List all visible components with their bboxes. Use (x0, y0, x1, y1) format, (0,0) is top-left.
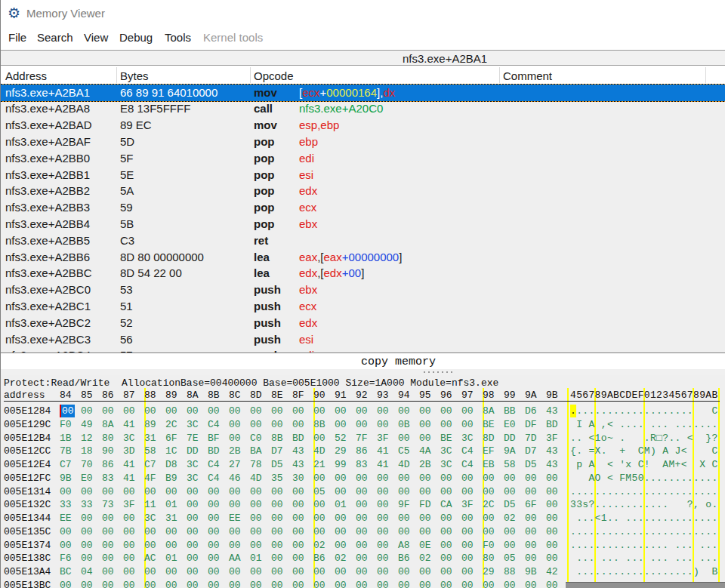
hex-byte-cell[interactable]: 00 (440, 525, 452, 538)
ascii-cell[interactable]: p (576, 458, 582, 471)
disasm-row[interactable]: nfs3.exe+A2BBC8D 54 22 00leaedx,[edx+00] (1, 265, 725, 282)
ascii-cell[interactable] (625, 445, 631, 457)
ascii-cell[interactable]: . (588, 512, 594, 525)
ascii-cell[interactable]: . (656, 418, 662, 431)
ascii-cell[interactable]: . (632, 405, 638, 417)
hex-byte-cell[interactable]: 00 (292, 525, 304, 538)
ascii-cell[interactable]: . (638, 498, 644, 511)
hex-byte-cell[interactable]: 00 (229, 579, 241, 588)
ascii-cell[interactable] (638, 432, 644, 445)
hex-byte-cell[interactable]: 7F (356, 432, 368, 445)
ascii-cell[interactable]: . (711, 552, 717, 565)
hex-byte-cell[interactable]: 30 (292, 472, 304, 485)
ascii-cell[interactable]: . (711, 539, 717, 552)
ascii-cell[interactable]: A (588, 458, 594, 471)
hex-byte-cell[interactable]: 00 (440, 485, 452, 498)
hex-byte-cell[interactable]: 00 (229, 405, 241, 417)
hex-byte-cell[interactable]: 00 (504, 472, 516, 485)
ascii-cell[interactable]: . (632, 525, 638, 538)
hex-byte-cell[interactable]: 00 (187, 485, 199, 498)
ascii-cell[interactable] (582, 432, 588, 445)
ascii-cell[interactable]: . (681, 472, 687, 485)
hex-byte-cell[interactable]: 00 (440, 579, 452, 588)
hex-byte-cell[interactable]: 00 (102, 485, 114, 498)
hex-byte-cell[interactable]: 00 (123, 579, 135, 588)
hex-byte-cell[interactable]: 00 (165, 579, 177, 588)
ascii-cell[interactable]: . (595, 498, 601, 511)
hex-byte-cell[interactable]: 00 (461, 485, 474, 498)
ascii-cell[interactable]: X (595, 445, 601, 457)
ascii-cell[interactable] (570, 472, 576, 485)
ascii-cell[interactable]: . (644, 539, 650, 552)
ascii-cell[interactable]: . (619, 498, 625, 511)
ascii-cell[interactable] (570, 418, 576, 431)
hex-byte-cell[interactable]: BF (208, 432, 220, 445)
hex-byte-cell[interactable]: 00 (335, 565, 347, 578)
ascii-cell[interactable] (681, 432, 687, 445)
hex-byte-cell[interactable]: 00 (419, 472, 431, 485)
ascii-cell[interactable]: . (576, 405, 582, 417)
hex-byte-cell[interactable]: 00 (229, 539, 241, 552)
ascii-cell[interactable]: . (675, 512, 681, 525)
hex-byte-cell[interactable]: C7 (60, 458, 72, 471)
ascii-cell[interactable]: . (638, 485, 644, 498)
ascii-cell[interactable]: . (576, 512, 582, 525)
hex-byte-cell[interactable]: 00 (525, 525, 537, 538)
hex-byte-cell[interactable]: 58 (144, 445, 156, 457)
ascii-cell[interactable] (619, 512, 625, 525)
hex-byte-cell[interactable]: 00 (271, 485, 283, 498)
hex-byte-cell[interactable]: C4 (208, 472, 220, 485)
disasm-row[interactable]: nfs3.exe+A2BB15Epopesi (1, 167, 725, 183)
ascii-cell[interactable]: . (619, 539, 625, 552)
ascii-cell[interactable]: . (656, 565, 662, 578)
ascii-cell[interactable]: . (613, 565, 619, 578)
hex-byte-cell[interactable]: EB (483, 458, 495, 471)
hex-byte-cell[interactable]: 00 (335, 485, 347, 498)
hex-byte-cell[interactable]: 00 (187, 525, 199, 538)
ascii-cell[interactable]: ! (644, 458, 650, 471)
ascii-cell[interactable] (668, 445, 674, 457)
ascii-cell[interactable]: . (625, 405, 631, 417)
disasm-row[interactable]: nfs3.exe+A2BC252pushedx (1, 315, 725, 331)
ascii-cell[interactable]: x (625, 458, 631, 471)
hex-byte-cell[interactable]: 00 (335, 418, 347, 431)
hex-byte-cell[interactable]: 00 (546, 525, 558, 538)
hex-byte-cell[interactable]: 41 (377, 445, 389, 457)
hex-byte-cell[interactable]: 00 (398, 472, 410, 485)
hex-byte-cell[interactable]: 41 (123, 458, 135, 471)
hex-byte-cell[interactable]: 00 (229, 485, 241, 498)
menu-item-kernel-tools[interactable]: Kernel tools (203, 31, 263, 44)
hex-byte-cell[interactable]: 00 (229, 432, 241, 445)
hex-byte-cell[interactable]: 00 (483, 512, 495, 525)
ascii-cell[interactable]: . (613, 539, 619, 552)
hex-byte-cell[interactable]: 00 (419, 485, 431, 498)
hex-byte-cell[interactable]: 00 (144, 539, 156, 552)
hex-byte-cell[interactable]: D7 (271, 445, 283, 457)
ascii-cell[interactable]: . (576, 432, 582, 445)
hex-byte-cell[interactable]: 00 (187, 498, 199, 511)
ascii-cell[interactable]: . (638, 565, 644, 578)
hex-byte-cell[interactable]: 02 (419, 552, 431, 565)
ascii-cell[interactable] (699, 565, 705, 578)
ascii-cell[interactable] (668, 539, 674, 552)
ascii-cell[interactable]: . (656, 525, 662, 538)
hex-byte-cell[interactable]: 00 (398, 525, 410, 538)
hex-byte-cell[interactable]: 00 (419, 512, 431, 525)
ascii-cell[interactable]: M (625, 472, 631, 485)
hex-byte-cell[interactable]: 00 (546, 552, 558, 565)
ascii-cell[interactable]: . (687, 552, 693, 565)
ascii-cell[interactable]: . (607, 565, 613, 578)
menu-item-tools[interactable]: Tools (165, 31, 191, 44)
hex-byte-cell[interactable]: 00 (102, 579, 114, 588)
ascii-cell[interactable]: . (644, 432, 650, 445)
hex-byte-cell[interactable]: 00 (461, 405, 474, 417)
ascii-cell[interactable]: . (576, 485, 582, 498)
ascii-cell[interactable] (693, 405, 699, 417)
hex-byte-cell[interactable]: D5 (271, 458, 283, 471)
ascii-cell[interactable]: . (656, 512, 662, 525)
hex-byte-cell[interactable]: 00 (504, 539, 516, 552)
hex-byte-cell[interactable]: 3C (144, 512, 156, 525)
disasm-row[interactable]: nfs3.exe+A2BB05Fpopedi (1, 150, 725, 167)
disasm-row[interactable]: nfs3.exe+A2BA166 89 91 64010000mov[ecx+0… (1, 85, 725, 101)
hex-byte-cell[interactable]: 00 (250, 565, 262, 578)
